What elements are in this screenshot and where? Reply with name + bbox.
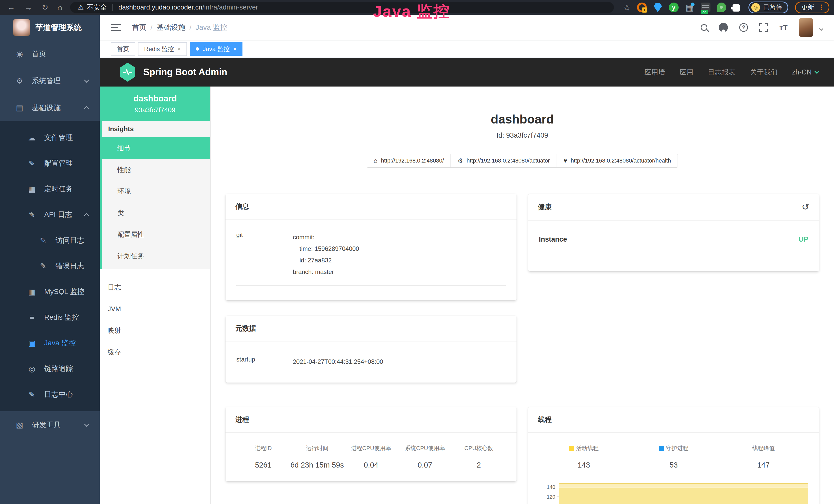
process-metrics: 进程ID 5261 运行时间 6d 23h 15m 59s <box>236 444 506 469</box>
dashboard-icon: ◉ <box>14 49 25 58</box>
legend-label: 线程峰值 <box>752 444 775 452</box>
sba-item-mappings[interactable]: 映射 <box>100 320 211 341</box>
sba-logo-icon[interactable] <box>119 63 136 82</box>
instance-links: ⌂ http://192.168.0.2:48080/ ⚙ http://192… <box>367 154 678 168</box>
paused-button[interactable]: ☺ 已暂停 <box>748 2 788 13</box>
extension-y-icon[interactable]: y <box>669 3 679 12</box>
github-icon[interactable] <box>719 23 728 32</box>
metadata-startup-row: startup 2021-04-27T00:44:31.254+08:00 <box>236 356 506 375</box>
app-logo[interactable]: 芋道管理系统 <box>0 15 100 40</box>
screen-icon: ▣ <box>27 339 37 348</box>
browser-update-button[interactable]: 更新 ⋮ <box>795 2 829 13</box>
back-icon[interactable]: ← <box>7 3 15 11</box>
sba-brand-title[interactable]: Spring Boot Admin <box>143 67 227 77</box>
extension-colorzilla-icon[interactable] <box>637 3 647 12</box>
log-edit-icon: ✎ <box>27 390 37 399</box>
extension-pin-icon[interactable] <box>653 3 663 12</box>
sidebar-item-error-log[interactable]: ✎ 错误日志 <box>0 253 100 279</box>
sidebar-item-scheduled-jobs[interactable]: ▦ 定时任务 <box>0 176 100 202</box>
extension-leaf-icon[interactable] <box>717 3 726 12</box>
sba-root-items: 日志 JVM 映射 缓存 <box>100 276 211 363</box>
history-icon[interactable]: ↺ <box>802 202 809 212</box>
hamburger-icon[interactable] <box>111 24 121 31</box>
tags-bar: 首页 Redis 监控 × Java 监控 × <box>100 40 834 58</box>
calendar-icon: ▦ <box>27 185 37 193</box>
browser-home-icon[interactable]: ⌂ <box>58 3 62 11</box>
sba-item-jvm[interactable]: JVM <box>100 298 211 320</box>
locale-select[interactable]: zh-CN <box>792 68 818 76</box>
service-url-button[interactable]: ⌂ http://192.168.0.2:48080/ <box>367 154 451 168</box>
app-sidebar: 芋道管理系统 ◉ 首页 ⚙ 系统管理 ▤ 基础设施 ☁ 文件管理 ✎ 配置管理 <box>0 15 100 504</box>
help-icon[interactable]: ? <box>739 23 748 32</box>
sidebar-item-access-log[interactable]: ✎ 访问日志 <box>0 228 100 253</box>
actuator-url-button[interactable]: ⚙ http://192.168.0.2:48080/actuator <box>451 154 557 168</box>
legend-swatch-yellow <box>569 446 574 451</box>
sidebar-item-label: MySQL 监控 <box>44 287 84 297</box>
sidebar-item-config-manage[interactable]: ✎ 配置管理 <box>0 151 100 176</box>
sidebar-item-system[interactable]: ⚙ 系统管理 <box>0 67 100 94</box>
sba-item-caches[interactable]: 缓存 <box>100 341 211 363</box>
health-url-button[interactable]: ♥ http://192.168.0.2:48080/actuator/heal… <box>556 154 678 168</box>
security-warning-icon[interactable]: ⚠ <box>78 3 84 11</box>
info-card: 信息 git commit: time: 1596289704000 id: 2… <box>225 194 517 300</box>
forward-icon[interactable]: → <box>24 3 32 11</box>
extensions-puzzle-icon[interactable] <box>732 4 740 12</box>
metric-pid: 进程ID 5261 <box>236 444 290 469</box>
sidebar-item-mysql-monitor[interactable]: ▥ MySQL 监控 <box>0 279 100 304</box>
sidebar-item-redis-monitor[interactable]: ≡ Redis 监控 <box>0 304 100 330</box>
sba-item-scheduled-tasks[interactable]: 计划任务 <box>102 245 211 267</box>
sba-header: Spring Boot Admin 应用墙 应用 日志报表 关于我们 zh-CN <box>100 58 834 87</box>
fullscreen-icon[interactable] <box>759 23 768 32</box>
sba-item-metrics[interactable]: 性能 <box>102 159 211 181</box>
sba-item-details[interactable]: 细节 <box>102 137 211 159</box>
sba-item-environment[interactable]: 环境 <box>102 181 211 202</box>
tab-home[interactable]: 首页 <box>111 42 135 56</box>
extension-switch-on-icon[interactable] <box>701 3 710 12</box>
extension-grid-icon[interactable]: ▦ <box>685 3 695 12</box>
actuator-url-label: http://192.168.0.2:48080/actuator <box>467 157 550 164</box>
search-icon[interactable] <box>701 24 707 31</box>
security-label[interactable]: 不安全 <box>87 3 107 12</box>
sidebar-item-trace[interactable]: ◎ 链路追踪 <box>0 356 100 382</box>
nav-applications[interactable]: 应用 <box>679 68 693 77</box>
sidebar-item-devtools[interactable]: ▧ 研发工具 <box>0 411 100 438</box>
sidebar-item-file-manage[interactable]: ☁ 文件管理 <box>0 125 100 151</box>
info-card-title: 信息 <box>225 194 517 220</box>
sidebar-item-api-log[interactable]: ✎ API 日志 <box>0 202 100 228</box>
close-icon[interactable]: × <box>233 46 237 52</box>
reload-icon[interactable]: ↻ <box>42 3 48 11</box>
nav-about[interactable]: 关于我们 <box>750 68 777 77</box>
breadcrumb-infra[interactable]: 基础设施 <box>157 23 185 32</box>
avatar[interactable] <box>799 18 813 37</box>
metric-label: 系统CPU使用率 <box>398 444 452 452</box>
sidebar-item-home[interactable]: ◉ 首页 <box>0 40 100 67</box>
tab-java-monitor[interactable]: Java 监控 × <box>190 42 242 56</box>
live-threads-area <box>559 483 808 504</box>
metric-label: 进程ID <box>236 444 290 452</box>
sba-item-logs[interactable]: 日志 <box>100 276 211 298</box>
tab-label: 首页 <box>117 45 129 53</box>
nav-journal[interactable]: 日志报表 <box>708 68 736 77</box>
sba-item-classes[interactable]: 类 <box>102 202 211 224</box>
topbar-actions: ? тT <box>701 18 823 37</box>
tab-redis-monitor[interactable]: Redis 监控 × <box>138 42 187 56</box>
breadcrumb-home[interactable]: 首页 <box>132 23 147 32</box>
metric-value: 53 <box>629 461 719 469</box>
bookmark-star-icon[interactable]: ☆ <box>623 2 631 13</box>
avatar-caret-icon[interactable] <box>819 26 824 31</box>
font-size-icon[interactable]: тT <box>779 23 788 31</box>
sidebar-item-java-monitor[interactable]: ▣ Java 监控 <box>0 330 100 356</box>
sba-app-header[interactable]: dashboard 93a3fc7f7409 <box>100 87 211 121</box>
close-icon[interactable]: × <box>177 46 181 52</box>
nav-applications-wall[interactable]: 应用墙 <box>644 68 665 77</box>
sidebar-item-infra[interactable]: ▤ 基础设施 <box>0 94 100 121</box>
address-bar[interactable]: ⚠ 不安全 dashboard.yudao.iocoder.cn /infra/… <box>70 2 614 13</box>
sidebar-item-label: 系统管理 <box>32 76 61 86</box>
health-instance-row: Instance UP <box>539 235 808 253</box>
sidebar-item-log-center[interactable]: ✎ 日志中心 <box>0 382 100 407</box>
instance-id: Id: 93a3fc7f7409 <box>225 132 819 139</box>
sba-item-config-props[interactable]: 配置属性 <box>102 224 211 245</box>
chevron-down-icon <box>814 69 819 74</box>
browser-menu-icon[interactable]: ⋮ <box>818 3 825 12</box>
sidebar-item-label: 访问日志 <box>56 235 84 245</box>
